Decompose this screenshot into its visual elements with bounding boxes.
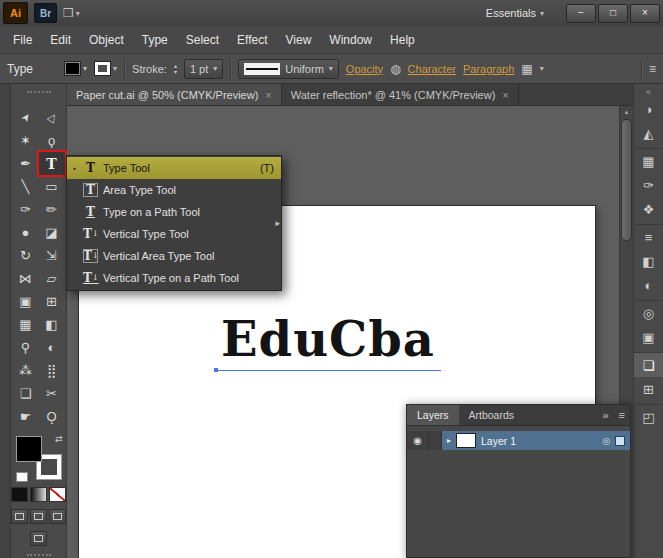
slice-tool[interactable]: ✂: [39, 382, 65, 405]
dock-expand-icon[interactable]: «: [646, 86, 651, 97]
tab-artboards[interactable]: Artboards: [459, 405, 525, 425]
asset-export-panel-icon[interactable]: ◰: [634, 404, 663, 429]
panel-grip-bottom[interactable]: [27, 554, 51, 556]
layer-row-selected[interactable]: ▸ Layer 1 ◎: [442, 431, 630, 450]
eraser-tool[interactable]: ◪: [39, 221, 65, 244]
tab-layers[interactable]: Layers: [407, 405, 459, 425]
type-tool[interactable]: T: [39, 152, 65, 175]
color-mode-button[interactable]: [11, 487, 28, 502]
stroke-color-dropdown[interactable]: ▾: [94, 61, 117, 76]
graphic-styles-panel-icon[interactable]: ▣: [634, 325, 663, 349]
expand-triangle-icon[interactable]: ▸: [447, 436, 451, 445]
color-guide-panel-icon[interactable]: ◭: [634, 121, 663, 145]
screen-mode-button[interactable]: [30, 531, 47, 546]
panel-grip[interactable]: [27, 91, 51, 93]
close-icon[interactable]: ×: [502, 89, 508, 101]
free-transform-tool[interactable]: ▱: [39, 267, 65, 290]
caret-down-icon[interactable]: ▾: [540, 64, 544, 73]
tab-paper-cut[interactable]: Paper cut.ai @ 50% (CMYK/Preview) ×: [67, 84, 282, 105]
fill-color-dropdown[interactable]: ▾: [64, 61, 87, 76]
gradient-tool[interactable]: ◧: [39, 313, 65, 336]
paragraph-link[interactable]: Paragraph: [463, 63, 514, 75]
swatches-panel-icon[interactable]: ▦: [634, 148, 663, 173]
perspective-grid-tool[interactable]: ⊞: [39, 290, 65, 313]
draw-normal-button[interactable]: [11, 509, 28, 524]
menu-object[interactable]: Object: [80, 26, 133, 53]
draw-behind-button[interactable]: [30, 509, 47, 524]
scroll-up-icon[interactable]: ▴: [625, 106, 629, 117]
eyedropper-tool[interactable]: ⚲: [13, 336, 39, 359]
visibility-eye-icon[interactable]: ◉: [407, 431, 429, 450]
minimize-button[interactable]: −: [566, 4, 596, 23]
menu-file[interactable]: File: [4, 26, 41, 53]
lock-cell[interactable]: [429, 431, 442, 450]
menu-window[interactable]: Window: [320, 26, 381, 53]
character-link[interactable]: Character: [408, 63, 456, 75]
workspace-switcher-icon[interactable]: ❒ ▾: [63, 6, 80, 20]
menu-effect[interactable]: Effect: [228, 26, 276, 53]
close-button[interactable]: ×: [630, 4, 660, 23]
color-panel-icon[interactable]: ◑: [634, 97, 663, 121]
fill-color-swatch[interactable]: [16, 436, 42, 462]
menu-edit[interactable]: Edit: [41, 26, 80, 53]
gradient-mode-button[interactable]: [30, 487, 47, 502]
hand-tool[interactable]: ☛: [13, 405, 39, 428]
menu-select[interactable]: Select: [177, 26, 228, 53]
bridge-icon[interactable]: Br: [34, 3, 57, 23]
rotate-tool[interactable]: ↻: [13, 244, 39, 267]
menu-item-vertical-area-type-tool[interactable]: T Vertical Area Type Tool: [67, 245, 281, 267]
line-segment-tool[interactable]: ╲: [13, 175, 39, 198]
recolor-artwork-icon[interactable]: ◍: [390, 62, 400, 76]
menu-item-vertical-type-on-path-tool[interactable]: T Vertical Type on a Path Tool: [67, 267, 281, 289]
layer-thumbnail[interactable]: [456, 433, 476, 448]
draw-inside-button[interactable]: [49, 509, 66, 524]
none-mode-button[interactable]: [49, 487, 66, 502]
tab-water-reflection[interactable]: Water reflection* @ 41% (CMYK/Preview) ×: [282, 84, 519, 105]
stroke-weight-dropdown[interactable]: 1 pt ▾: [184, 59, 223, 79]
menu-item-type-on-path-tool[interactable]: T Type on a Path Tool: [67, 201, 281, 223]
menu-item-type-tool[interactable]: ▪ T Type Tool (T): [67, 157, 281, 179]
menu-item-vertical-type-tool[interactable]: T Vertical Type Tool: [67, 223, 281, 245]
symbol-sprayer-tool[interactable]: ⁂: [13, 359, 39, 382]
close-icon[interactable]: ×: [265, 89, 271, 101]
layer-selection-indicator[interactable]: [615, 436, 625, 446]
layer-row[interactable]: ◉ ▸ Layer 1 ◎: [407, 431, 630, 450]
stroke-weight-stepper[interactable]: ▴ ▾: [174, 63, 177, 75]
align-grid-icon[interactable]: ▦: [521, 62, 532, 76]
tearoff-arrow-icon[interactable]: ▸: [275, 218, 280, 228]
menu-view[interactable]: View: [277, 26, 321, 53]
menu-item-area-type-tool[interactable]: T Area Type Tool: [67, 179, 281, 201]
transparency-panel-icon[interactable]: ◐: [634, 273, 663, 297]
symbols-panel-icon[interactable]: ❖: [634, 197, 663, 221]
opacity-link[interactable]: Opacity: [346, 63, 383, 75]
layers-panel-icon[interactable]: ❏: [634, 352, 663, 377]
width-tool[interactable]: ⋈: [13, 267, 39, 290]
brushes-panel-icon[interactable]: ✑: [634, 173, 663, 197]
blend-tool[interactable]: ◐: [39, 336, 65, 359]
workspace-dropdown[interactable]: Essentials ▾: [486, 7, 544, 19]
rectangle-tool[interactable]: ▭: [39, 175, 65, 198]
shape-builder-tool[interactable]: ▣: [13, 290, 39, 313]
width-profile-dropdown[interactable]: Uniform ▾: [238, 59, 339, 79]
stroke-panel-icon[interactable]: ≡: [634, 224, 663, 249]
pencil-tool[interactable]: ✏: [39, 198, 65, 221]
artboard-tool[interactable]: ❏: [13, 382, 39, 405]
layer-target-icon[interactable]: ◎: [602, 436, 610, 446]
artboard-text-object[interactable]: EduCba: [79, 311, 595, 367]
mesh-tool[interactable]: ▦: [13, 313, 39, 336]
menu-type[interactable]: Type: [133, 26, 177, 53]
scrollbar-thumb[interactable]: [621, 119, 632, 241]
default-fill-stroke-icon[interactable]: [16, 472, 28, 482]
layer-name[interactable]: Layer 1: [481, 435, 597, 447]
column-graph-tool[interactable]: ⣿: [39, 359, 65, 382]
appearance-panel-icon[interactable]: ◎: [634, 300, 663, 325]
scale-tool[interactable]: ⇲: [39, 244, 65, 267]
gradient-panel-icon[interactable]: ◧: [634, 249, 663, 273]
panel-menu-icon[interactable]: ≡: [649, 62, 656, 76]
maximize-button[interactable]: □: [598, 4, 628, 23]
panel-expand-icon[interactable]: »: [597, 405, 613, 425]
menu-help[interactable]: Help: [381, 26, 424, 53]
pen-tool[interactable]: ✒: [13, 152, 39, 175]
paintbrush-tool[interactable]: ✑: [13, 198, 39, 221]
zoom-tool[interactable]: Ǫ: [39, 405, 65, 428]
